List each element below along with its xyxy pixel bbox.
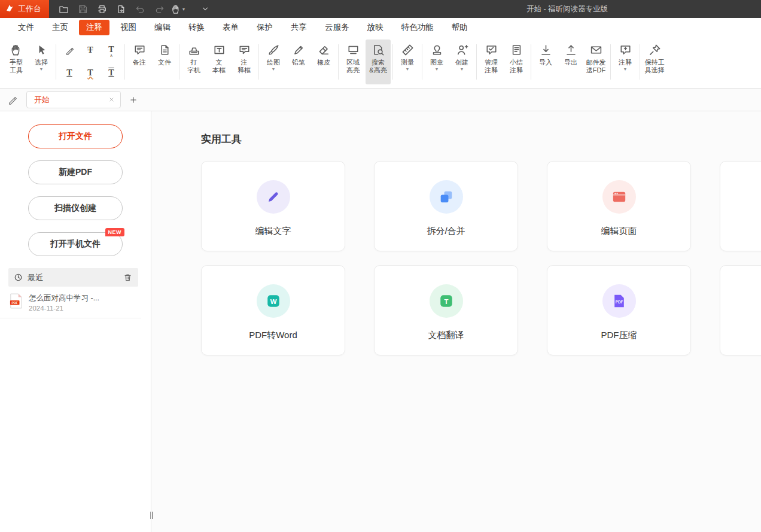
ribbon-tool-邮件发送FDF[interactable]: 邮件发 送FDF — [583, 39, 608, 84]
menu-放映[interactable]: 放映 — [358, 20, 392, 35]
ribbon-group: 绘图▼铅笔橡皮 — [261, 39, 336, 84]
recent-title: 最近 — [28, 272, 43, 283]
file-icon — [159, 42, 171, 57]
ribbon-tool-绘图[interactable]: 绘图▼ — [261, 39, 286, 84]
share-document-button[interactable] — [111, 0, 130, 18]
tool-card-PDF压缩[interactable]: PDFPDF压缩 — [547, 265, 691, 355]
menu-文件[interactable]: 文件 — [9, 20, 43, 35]
ribbon-group: 管理 注释小结 注释 — [479, 39, 529, 84]
text-underline-button[interactable]: T — [59, 62, 80, 84]
window-title: 开始 - 福昕阅读器专业版 — [526, 0, 608, 18]
menu-云服务[interactable]: 云服务 — [316, 20, 358, 35]
sidebar-resize-handle[interactable] — [149, 510, 154, 521]
ribbon-tool-搜索&高亮[interactable]: 搜索 &高亮 — [366, 39, 391, 84]
redo-icon — [154, 4, 165, 14]
ribbon-tool-创建[interactable]: 创建▼ — [449, 39, 474, 84]
tab-start[interactable]: 开始 — [26, 91, 121, 108]
ribbon-tool-手型工具[interactable]: 手型 工具 — [4, 39, 29, 84]
ribbon-tool-区域高亮[interactable]: 区域 高亮 — [340, 39, 366, 84]
tool-card-拆分/合并[interactable]: 拆分/合并 — [374, 161, 518, 251]
import-arrow-icon — [540, 44, 552, 56]
collapse-ribbon-button[interactable] — [195, 0, 215, 18]
app-window: 工作台 ▼ 开始 - 福昕阅读器专业版 文件主页注释视图编辑转换表单保护共享云服… — [0, 0, 761, 532]
new-tab-button[interactable] — [126, 92, 141, 108]
ribbon-tool-图章[interactable]: 图章▼ — [424, 39, 449, 84]
ribbon-tool-保持工具选择[interactable]: 保持工 具选择 — [642, 39, 667, 84]
ribbon-tool-导出[interactable]: 导出 — [558, 39, 583, 84]
split-merge-icon — [439, 189, 454, 205]
ribbon-separator — [610, 44, 611, 80]
text-replace-button[interactable]: T — [101, 62, 121, 84]
notebox-icon — [238, 44, 251, 56]
text-squiggly-button[interactable]: T — [80, 62, 101, 84]
tool-card-label: 拆分/合并 — [427, 226, 465, 237]
undo-button[interactable] — [130, 0, 150, 18]
hand-mode-button[interactable]: ▼ — [169, 0, 188, 18]
eraser-icon — [318, 44, 330, 56]
text-squiggly-icon: T — [87, 68, 93, 78]
ribbon-tool-选择[interactable]: 选择▼ — [29, 39, 54, 84]
quick-pen-icon[interactable] — [5, 92, 20, 108]
ribbon-tool-注释框[interactable]: 注 释框 — [232, 39, 257, 84]
redo-button[interactable] — [150, 0, 169, 18]
trash-icon[interactable] — [123, 273, 132, 282]
print-icon — [97, 4, 107, 14]
tool-card-partial[interactable] — [720, 265, 761, 355]
recent-file-date: 2024-11-21 — [29, 305, 99, 312]
menu-共享[interactable]: 共享 — [282, 20, 316, 35]
ribbon-tool-测量[interactable]: 测量▼ — [395, 39, 420, 84]
ribbon-tool-label: 创建 — [455, 59, 468, 66]
tool-card-partial[interactable] — [720, 161, 761, 251]
recent-file-item[interactable]: PDF怎么面对高中学习 -...2024-11-21 — [0, 287, 141, 318]
open-file-button[interactable] — [54, 0, 73, 18]
ribbon-tool-管理注释[interactable]: 管理 注释 — [479, 39, 504, 84]
ribbon-tool-注释[interactable]: 注释▼ — [613, 39, 638, 84]
foxit-logo-icon — [5, 4, 14, 14]
ribbon-tool-文本框[interactable]: 文 本框 — [206, 39, 232, 84]
ribbon-tool-橡皮[interactable]: 橡皮 — [311, 39, 336, 84]
menu-保护[interactable]: 保护 — [248, 20, 282, 35]
pencil-filled-icon — [266, 189, 281, 205]
ribbon-tool-备注[interactable]: 备注 — [127, 39, 152, 84]
undo-icon — [135, 4, 145, 14]
menu-视图[interactable]: 视图 — [111, 20, 145, 35]
close-icon[interactable] — [108, 96, 115, 103]
save-button[interactable] — [73, 0, 92, 18]
highlight-pen-button[interactable] — [59, 39, 80, 62]
text-insert-button[interactable]: T∧ — [101, 39, 121, 62]
menu-注释[interactable]: 注释 — [79, 20, 109, 35]
tool-card-PDF转Word[interactable]: WPDF转Word — [201, 265, 345, 355]
tool-card-编辑页面[interactable]: 编辑页面 — [547, 161, 691, 251]
sidebar-button-打开手机文件[interactable]: 打开手机文件NEW — [28, 232, 123, 256]
ribbon-tool-文件[interactable]: 文件 — [152, 39, 177, 84]
ribbon-group: 导入导出邮件发 送FDF — [533, 39, 608, 84]
menu-转换[interactable]: 转换 — [179, 20, 214, 35]
tool-card-label: 文档翻译 — [428, 330, 464, 341]
menu-主页[interactable]: 主页 — [43, 20, 77, 35]
ribbon-tool-label: 绘图 — [267, 59, 280, 66]
cards-row: 编辑文字拆分/合并编辑页面 — [201, 161, 761, 251]
print-button[interactable] — [92, 0, 111, 18]
ribbon-separator — [476, 44, 477, 80]
menu-编辑[interactable]: 编辑 — [145, 20, 179, 35]
typewriter-icon — [188, 44, 200, 56]
ribbon-tool-小结注释[interactable]: 小结 注释 — [504, 39, 529, 84]
text-strikeout-button[interactable]: T — [80, 39, 101, 62]
ribbon-tool-铅笔[interactable]: 铅笔 — [286, 39, 311, 84]
sidebar-button-新建PDF[interactable]: 新建PDF — [28, 160, 123, 184]
sidebar-button-打开文件[interactable]: 打开文件 — [28, 124, 123, 148]
sidebar-button-扫描仪创建[interactable]: 扫描仪创建 — [28, 196, 123, 220]
ribbon-tool-打字机[interactable]: 打 字机 — [181, 39, 206, 84]
menu-特色功能[interactable]: 特色功能 — [392, 20, 443, 35]
ribbon-group: 备注文件 — [127, 39, 177, 84]
clock-icon — [14, 273, 23, 282]
workspace-button[interactable]: 工作台 — [0, 0, 49, 18]
tool-card-编辑文字[interactable]: 编辑文字 — [201, 161, 345, 251]
menu-表单[interactable]: 表单 — [214, 20, 248, 35]
tool-card-文档翻译[interactable]: T文档翻译 — [374, 265, 518, 355]
ribbon-tool-导入[interactable]: 导入 — [533, 39, 558, 84]
menu-帮助[interactable]: 帮助 — [443, 20, 477, 35]
measure-icon — [401, 44, 414, 56]
clock-icon — [14, 273, 23, 282]
ribbon-tool-label: 保持工 具选择 — [645, 59, 665, 74]
